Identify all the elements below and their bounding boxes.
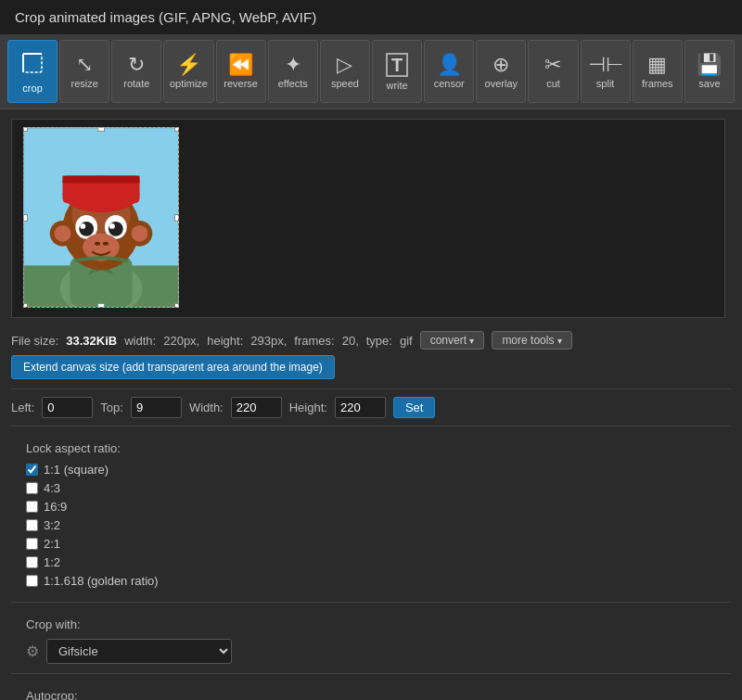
ar-2-1-checkbox[interactable] bbox=[26, 538, 38, 550]
ar-1-2-item: 1:2 bbox=[26, 555, 716, 569]
svg-point-22 bbox=[95, 242, 100, 246]
handle-bottom-left[interactable] bbox=[23, 303, 28, 308]
ar-2-1-item: 2:1 bbox=[26, 537, 716, 551]
extend-canvas-button[interactable]: Extend canvas size (add transparent area… bbox=[11, 355, 335, 379]
title-bar: Crop animated images (GIF, APNG, WebP, A… bbox=[0, 0, 742, 34]
file-size-value: 33.32KiB bbox=[66, 334, 117, 348]
main-content: File size: 33.32KiB width: 220px, height… bbox=[0, 109, 742, 700]
ar-3-2-checkbox[interactable] bbox=[26, 519, 38, 531]
tool-write[interactable]: T write bbox=[372, 40, 422, 103]
ar-1-1-item: 1:1 (square) bbox=[26, 463, 716, 477]
monkey-svg bbox=[24, 128, 178, 307]
convert-dropdown-arrow: ▾ bbox=[469, 336, 474, 346]
crop-with-title: Crop with: bbox=[26, 617, 716, 631]
top-label: Top: bbox=[100, 401, 123, 414]
gifsicle-row: ⚙ Gifsicle bbox=[26, 639, 716, 664]
tool-cut[interactable]: ✂ cut bbox=[528, 40, 578, 103]
tool-save[interactable]: 💾 save bbox=[684, 40, 735, 103]
handle-middle-right[interactable] bbox=[174, 214, 179, 222]
crop-icon bbox=[19, 50, 45, 80]
tool-split[interactable]: ⊣⊢ split bbox=[581, 40, 631, 103]
left-input[interactable] bbox=[42, 397, 93, 418]
top-input[interactable] bbox=[131, 397, 182, 418]
handle-bottom-middle[interactable] bbox=[97, 303, 105, 308]
ar-4-3-label: 4:3 bbox=[44, 481, 60, 495]
rotate-label: rotate bbox=[123, 78, 149, 89]
effects-icon: ✦ bbox=[285, 55, 301, 75]
optimize-label: optimize bbox=[170, 78, 208, 89]
convert-button[interactable]: convert ▾ bbox=[420, 331, 485, 350]
file-frames-label: frames: bbox=[294, 334, 334, 348]
tool-effects[interactable]: ✦ effects bbox=[268, 40, 318, 103]
ar-16-9-label: 16:9 bbox=[44, 500, 67, 514]
gear-icon: ⚙ bbox=[26, 643, 39, 660]
ar-golden-label: 1:1.618 (golden ratio) bbox=[44, 574, 159, 588]
ar-golden-checkbox[interactable] bbox=[26, 575, 38, 587]
crop-label: crop bbox=[22, 83, 42, 94]
svg-rect-26 bbox=[63, 176, 140, 184]
file-info: File size: 33.32KiB width: 220px, height… bbox=[11, 325, 731, 355]
left-label: Left: bbox=[11, 401, 34, 414]
handle-top-middle[interactable] bbox=[97, 127, 105, 132]
tool-speed[interactable]: ▷ speed bbox=[320, 40, 370, 103]
frames-label: frames bbox=[642, 78, 673, 89]
handle-bottom-right[interactable] bbox=[174, 303, 179, 308]
svg-point-14 bbox=[132, 225, 148, 242]
file-width-label: width: bbox=[124, 334, 156, 348]
reverse-icon: ⏪ bbox=[228, 55, 253, 75]
tool-censor[interactable]: 👤 censor bbox=[424, 40, 474, 103]
resize-icon: ⤡ bbox=[76, 55, 93, 75]
cut-icon: ✂ bbox=[544, 55, 561, 75]
ar-16-9-checkbox[interactable] bbox=[26, 501, 38, 513]
effects-label: effects bbox=[278, 78, 308, 89]
svg-rect-0 bbox=[23, 54, 42, 72]
crop-params: Left: Top: Width: Height: Set bbox=[11, 388, 731, 426]
ar-golden-item: 1:1.618 (golden ratio) bbox=[26, 574, 716, 588]
autocrop-title: Autocrop: bbox=[26, 689, 716, 700]
image-preview bbox=[23, 127, 179, 308]
file-size-label: File size: bbox=[11, 334, 58, 348]
write-label: write bbox=[386, 80, 407, 91]
speed-label: speed bbox=[331, 78, 359, 89]
tool-overlay[interactable]: ⊕ overlay bbox=[476, 40, 526, 103]
page-title: Crop animated images (GIF, APNG, WebP, A… bbox=[15, 9, 316, 25]
file-type-label: type: bbox=[366, 334, 392, 348]
height-input[interactable] bbox=[335, 397, 386, 418]
censor-icon: 👤 bbox=[437, 55, 462, 75]
ar-1-1-checkbox[interactable] bbox=[26, 464, 38, 476]
tool-optimize[interactable]: ⚡ optimize bbox=[163, 40, 213, 103]
svg-point-23 bbox=[103, 242, 109, 246]
svg-point-18 bbox=[109, 222, 123, 236]
gifsicle-select[interactable]: Gifsicle bbox=[46, 639, 232, 664]
tool-crop[interactable]: crop bbox=[7, 40, 58, 103]
speed-icon: ▷ bbox=[337, 55, 352, 75]
tool-frames[interactable]: ▦ frames bbox=[633, 40, 683, 103]
more-tools-button[interactable]: more tools ▾ bbox=[492, 331, 571, 350]
ar-1-2-label: 1:2 bbox=[44, 555, 60, 569]
handle-middle-left[interactable] bbox=[23, 214, 28, 222]
file-type-value: gif bbox=[400, 334, 413, 348]
censor-label: censor bbox=[434, 78, 465, 89]
handle-top-left[interactable] bbox=[23, 127, 28, 132]
file-height-label: height: bbox=[207, 334, 243, 348]
file-width-value: 220px, bbox=[163, 334, 199, 348]
ar-2-1-label: 2:1 bbox=[44, 537, 60, 551]
height-param-label: Height: bbox=[289, 401, 327, 414]
file-frames-value: 20, bbox=[342, 334, 359, 348]
svg-point-20 bbox=[109, 223, 115, 229]
width-input[interactable] bbox=[231, 397, 282, 418]
tool-rotate[interactable]: ↻ rotate bbox=[111, 40, 161, 103]
set-button[interactable]: Set bbox=[393, 397, 436, 418]
tool-resize[interactable]: ⤡ resize bbox=[59, 40, 109, 103]
split-icon: ⊣⊢ bbox=[588, 55, 623, 75]
resize-label: resize bbox=[71, 78, 98, 89]
tool-reverse[interactable]: ⏪ reverse bbox=[216, 40, 266, 103]
ar-4-3-checkbox[interactable] bbox=[26, 482, 38, 494]
cut-label: cut bbox=[546, 78, 560, 89]
ar-1-1-label: 1:1 (square) bbox=[44, 463, 109, 477]
ar-3-2-item: 3:2 bbox=[26, 518, 716, 532]
frames-icon: ▦ bbox=[647, 55, 667, 75]
ar-1-2-checkbox[interactable] bbox=[26, 556, 38, 568]
handle-top-right[interactable] bbox=[174, 127, 179, 132]
file-height-value: 293px, bbox=[250, 334, 287, 348]
